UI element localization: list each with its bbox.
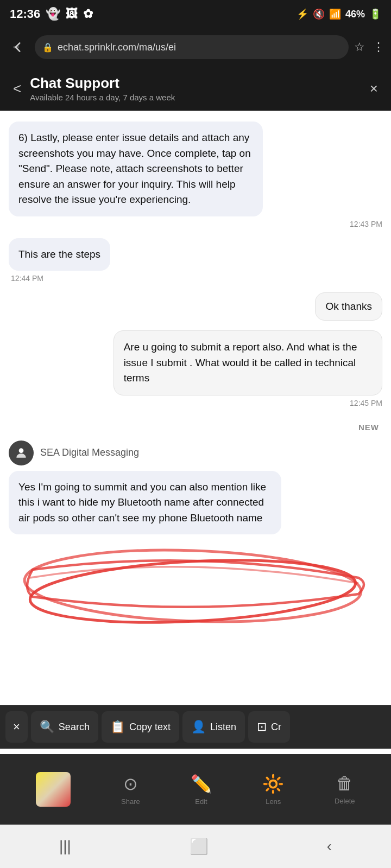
edit-icon: ✏️	[191, 774, 212, 794]
browser-bar: 🔒 echat.sprinklr.com/ma/us/ei ☆ ⋮	[0, 28, 391, 66]
tray-lens[interactable]: 🔆 Lens	[262, 774, 284, 806]
battery-icon: 🔋	[369, 8, 381, 20]
message-2: This are the steps	[9, 238, 110, 271]
agent-name: SEA Digital Messaging	[40, 447, 139, 458]
message-3: Ok thanks	[315, 292, 382, 321]
svg-rect-0	[13, 46, 19, 48]
status-indicators: ⚡ 🔇 📶 46% 🔋	[297, 8, 381, 20]
time-display: 12:36	[10, 7, 40, 21]
signal-icon: 📶	[329, 8, 341, 20]
chat-subtitle: Available 24 hours a day, 7 days a week	[30, 93, 175, 102]
copy-text-icon: 📋	[110, 720, 125, 734]
agent-message: Yes I'm going to summit and you can also…	[9, 471, 281, 535]
message-1-time: 12:43 PM	[9, 220, 382, 228]
tray-delete[interactable]: 🗑 Delete	[335, 774, 355, 805]
search-icon: 🔍	[40, 720, 54, 734]
status-time: 12:36 👻 🖼 ✿	[10, 7, 93, 21]
chat-header: < Chat Support Available 24 hours a day,…	[0, 66, 391, 111]
message-4: Are u going to submit a report also. And…	[113, 330, 382, 395]
tray-edit[interactable]: ✏️ Edit	[191, 774, 212, 806]
snapchat-icon: 👻	[46, 7, 60, 21]
chat-title: Chat Support	[30, 75, 175, 92]
lock-icon: 🔒	[42, 42, 53, 53]
bluetooth-icon: ⚡	[297, 8, 308, 20]
nav-back-icon[interactable]: ‹	[327, 838, 332, 855]
nav-home-icon[interactable]: ⬜	[190, 838, 209, 856]
new-divider: NEW	[9, 423, 382, 432]
tray-thumbnail[interactable]	[36, 772, 71, 807]
crop-icon: ⊡	[257, 720, 267, 734]
browser-actions: ☆ ⋮	[354, 40, 384, 54]
url-bar[interactable]: 🔒 echat.sprinklr.com/ma/us/ei	[35, 35, 349, 59]
url-text: echat.sprinklr.com/ma/us/ei	[58, 42, 176, 53]
agent-row: SEA Digital Messaging	[9, 441, 382, 465]
nav-menu-icon[interactable]: |||	[59, 838, 71, 855]
toolbar-search-button[interactable]: 🔍 Search	[31, 711, 98, 743]
scan-icon: ⊙	[123, 774, 138, 794]
listen-icon: 👤	[191, 720, 206, 734]
nav-bar: ||| ⬜ ‹	[0, 825, 391, 868]
message-1: 6) Lastly, please enter issue details an…	[9, 122, 263, 216]
message-2-time: 12:44 PM	[9, 274, 382, 283]
gallery-icon: 🖼	[66, 7, 78, 21]
chat-close-button[interactable]: ×	[370, 80, 378, 97]
battery-display: 46%	[345, 9, 365, 20]
toolbar-copy-text-button[interactable]: 📋 Copy text	[102, 711, 179, 743]
toolbar-overlay: × 🔍 Search 📋 Copy text 👤 Listen ⊡ Cr	[0, 705, 391, 749]
toolbar-close-button[interactable]: ×	[5, 711, 28, 743]
chat-back-button[interactable]: <	[13, 80, 21, 97]
bookmark-icon[interactable]: ☆	[354, 40, 365, 54]
mute-icon: 🔇	[313, 8, 325, 20]
browser-back-button[interactable]	[7, 36, 29, 59]
lens-icon: 🔆	[262, 774, 284, 794]
svg-point-1	[19, 448, 24, 453]
tray-scan[interactable]: ⊙ Share	[121, 774, 140, 806]
toolbar-crop-button[interactable]: ⊡ Cr	[248, 711, 290, 743]
toolbar-listen-button[interactable]: 👤 Listen	[182, 711, 245, 743]
wifi-icon: ✿	[83, 7, 93, 21]
more-menu-icon[interactable]: ⋮	[373, 40, 384, 54]
chat-body: 6) Lastly, please enter issue details an…	[0, 111, 391, 653]
status-bar: 12:36 👻 🖼 ✿ ⚡ 🔇 📶 46% 🔋	[0, 0, 391, 28]
message-4-time: 12:45 PM	[348, 399, 382, 407]
delete-icon: 🗑	[336, 774, 354, 794]
agent-avatar	[9, 441, 34, 465]
bottom-tray: ⊙ Share ✏️ Edit 🔆 Lens 🗑 Delete	[0, 754, 391, 825]
